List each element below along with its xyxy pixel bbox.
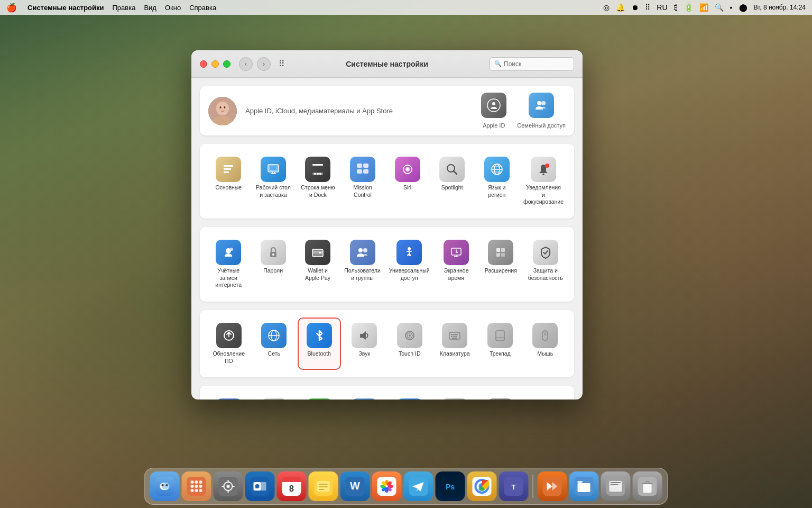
passwords-label: Пароли — [263, 267, 283, 275]
pref-updates[interactable]: Обновление ПО — [208, 319, 250, 369]
family-sharing-icon-item[interactable]: Семейный доступ — [517, 93, 566, 129]
dock-word[interactable]: W — [340, 471, 370, 501]
dock-telegram[interactable] — [404, 471, 433, 501]
svg-rect-61 — [451, 334, 453, 335]
pref-security[interactable]: Защита и безопасность — [525, 235, 566, 293]
pref-printers[interactable]: Принтеры и сканеры — [254, 394, 295, 400]
dock-sysprefs[interactable] — [214, 471, 243, 501]
dock-keka[interactable] — [538, 471, 567, 501]
svg-point-6 — [537, 101, 541, 105]
pref-menubar-dock[interactable]: Строка меню и Dock — [298, 152, 338, 210]
svg-point-4 — [224, 106, 226, 108]
bluetooth-label: Bluetooth — [308, 350, 331, 358]
pref-notifications[interactable]: Уведомления и фокусирование — [521, 152, 566, 210]
mirror-icon[interactable]: ▪ — [730, 3, 733, 12]
pref-mission[interactable]: Mission Control — [343, 152, 383, 210]
pref-bluetooth[interactable]: Bluetooth — [299, 319, 340, 369]
svg-rect-155 — [611, 484, 619, 485]
menubar-window[interactable]: Окно — [165, 4, 181, 12]
pref-extensions[interactable]: Расширения — [481, 235, 521, 293]
users-label: Пользователи и группы — [344, 267, 381, 282]
dock-trash[interactable] — [633, 471, 662, 501]
pref-users[interactable]: Пользователи и группы — [342, 235, 383, 293]
pref-startup[interactable]: Загрузочный диск — [479, 394, 521, 400]
grid-icon[interactable]: ⠿ — [645, 3, 650, 12]
screenrecord-icon[interactable]: ⏺ — [631, 3, 639, 12]
svg-rect-64 — [457, 334, 458, 335]
menubar-app-name[interactable]: Системные настройки — [27, 4, 104, 12]
grid-view-button[interactable]: ⠿ — [275, 57, 289, 71]
search-box[interactable]: 🔍 — [490, 57, 574, 71]
dock-teams[interactable]: T — [499, 471, 529, 501]
notifications-icon — [531, 157, 556, 182]
menubar-edit[interactable]: Правка — [113, 4, 136, 12]
menubar: 🍎 Системные настройки Правка Вид Окно Сп… — [0, 0, 812, 15]
notification-icon[interactable]: 🔔 — [616, 3, 625, 12]
pref-keyboard[interactable]: Клавиатура — [435, 319, 476, 369]
prefs-section-3: Обновление ПО Сеть — [200, 310, 574, 377]
extensions-icon — [488, 240, 513, 265]
dock-outlook[interactable] — [245, 471, 275, 501]
updates-label: Обновление ПО — [213, 350, 245, 365]
svg-text:8: 8 — [289, 484, 294, 493]
svg-rect-19 — [357, 164, 362, 168]
svg-rect-56 — [360, 334, 363, 338]
user-info: Apple ID, iCloud, медиаматериалы и App S… — [245, 107, 481, 115]
svg-point-104 — [191, 485, 194, 488]
forward-button[interactable]: › — [257, 57, 271, 71]
dock-stickies[interactable] — [309, 471, 338, 501]
maximize-button[interactable] — [223, 60, 230, 68]
minimize-button[interactable] — [211, 60, 219, 68]
pref-trackpad[interactable]: Трекпад — [479, 319, 521, 369]
dock-photoshop[interactable]: Ps — [436, 471, 465, 501]
svg-rect-69 — [496, 331, 504, 341]
menubar-help[interactable]: Справка — [189, 4, 216, 12]
dock-files[interactable] — [569, 471, 599, 501]
pref-siri[interactable]: Siri — [387, 152, 428, 210]
bluetooth-icon[interactable]: ₿ — [674, 3, 678, 12]
pref-timemachine[interactable]: Time Machine — [435, 394, 476, 400]
dock-calendar[interactable]: 8 — [277, 471, 307, 501]
pref-general[interactable]: Основные — [208, 152, 249, 210]
pref-wallet[interactable]: Wallet и Apple Pay — [298, 235, 338, 293]
pref-battery[interactable]: Аккумулятор — [299, 394, 340, 400]
pref-language[interactable]: Язык и регион — [476, 152, 517, 210]
svg-point-103 — [199, 480, 202, 484]
svg-point-105 — [195, 485, 198, 488]
svg-rect-68 — [452, 338, 457, 339]
dock-launchpad[interactable] — [182, 471, 211, 501]
pref-internetacc[interactable]: Учётные записи интернета — [208, 235, 248, 293]
ru-flag-icon[interactable]: RU — [657, 3, 667, 12]
apple-id-icon-item[interactable]: Apple ID — [481, 93, 506, 129]
language-label: Язык и регион — [488, 184, 505, 198]
svg-point-7 — [541, 101, 546, 105]
wifi-icon[interactable]: 📶 — [699, 3, 708, 12]
pref-sound[interactable]: Звук — [344, 319, 385, 369]
dock-photos[interactable] — [372, 471, 402, 501]
dock-chrome[interactable] — [467, 471, 497, 501]
pref-desktop[interactable]: Рабочий стол и заставка — [253, 152, 294, 210]
pref-touchid[interactable]: Touch ID — [389, 319, 430, 369]
pref-mouse[interactable]: Мышь — [525, 319, 566, 369]
search-input[interactable] — [504, 60, 569, 68]
siri-icon[interactable]: ⬤ — [739, 3, 748, 12]
pref-accessibility[interactable]: Универсальный доступ — [387, 235, 432, 293]
apple-menu-icon[interactable]: 🍎 — [6, 3, 17, 13]
pref-sharing[interactable]: Общий доступ — [389, 394, 430, 400]
pref-network[interactable]: Сеть — [254, 319, 295, 369]
mouse-label: Мышь — [537, 350, 553, 358]
window-titlebar: ‹ › ⠿ Системные настройки 🔍 — [191, 50, 583, 78]
pref-screentime[interactable]: Экранное время — [436, 235, 476, 293]
menubar-view[interactable]: Вид — [144, 4, 156, 12]
dock-finder2[interactable] — [601, 471, 631, 501]
pref-datetime[interactable]: 17 Дата и время — [344, 394, 385, 400]
pref-displays[interactable]: Мониторы — [208, 394, 250, 400]
close-button[interactable] — [200, 60, 207, 68]
search-icon[interactable]: 🔍 — [715, 3, 724, 12]
pref-spotlight[interactable]: Spotlight — [432, 152, 473, 210]
back-button[interactable]: ‹ — [239, 57, 253, 71]
dock-finder[interactable] — [150, 471, 180, 501]
pref-passwords[interactable]: Пароли — [253, 235, 293, 293]
user-profile-section[interactable]: Apple ID, iCloud, медиаматериалы и App S… — [200, 86, 574, 135]
svg-text:T: T — [512, 483, 516, 491]
